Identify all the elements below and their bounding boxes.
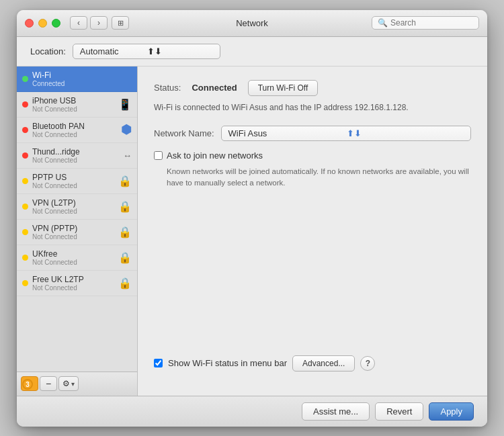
status-row: Status: Connected Turn Wi-Fi Off xyxy=(154,80,471,96)
network-list: Wi-Fi Connected xyxy=(17,67,137,372)
network-item-iphone-usb[interactable]: iPhone USB Not Connected 📱 xyxy=(17,92,137,118)
network-info-bluetooth-pan: Bluetooth PAN Not Connected xyxy=(32,122,117,138)
revert-button[interactable]: Revert xyxy=(375,402,423,421)
nav-buttons: ‹ › xyxy=(70,16,108,30)
phone-icon: 📱 xyxy=(118,98,132,111)
network-status-iphone-usb: Not Connected xyxy=(32,105,114,113)
sidebar-toolbar: + 3 − ⚙ ▾ xyxy=(17,372,137,396)
lock-icon-l2tp: 🔒 xyxy=(118,200,132,213)
network-status-vpn-pptp: Not Connected xyxy=(32,233,114,241)
window-title: Network xyxy=(236,18,268,28)
minus-icon: − xyxy=(46,378,51,389)
location-label: Location: xyxy=(30,46,66,56)
traffic-lights xyxy=(25,19,60,28)
network-status-vpn-l2tp: Not Connected xyxy=(32,208,114,215)
status-dot-red xyxy=(22,101,28,107)
titlebar: ‹ › ⊞ Network 🔍 xyxy=(17,10,487,37)
network-item-free-uk-l2tp[interactable]: Free UK L2TP Not Connected 🔒 xyxy=(17,271,137,296)
grid-icon: ⊞ xyxy=(118,19,124,28)
lock-icon-pptp2: 🔒 xyxy=(118,226,132,238)
status-label: Status: xyxy=(154,83,181,93)
network-name-wifi: Wi-Fi xyxy=(32,71,128,80)
search-icon: 🔍 xyxy=(378,18,388,28)
network-item-pptp-us[interactable]: PPTP US Not Connected 🔒 xyxy=(17,169,137,194)
sidebar: Wi-Fi Connected xyxy=(17,67,138,396)
bottom-bar: Assist me... Revert Apply xyxy=(17,396,487,427)
network-item-bluetooth-pan[interactable]: Bluetooth PAN Not Connected ⬢ xyxy=(17,118,137,143)
chevron-down-icon: ▾ xyxy=(71,380,75,388)
status-dot-yellow-uk xyxy=(22,255,28,261)
assist-me-button[interactable]: Assist me... xyxy=(302,402,370,421)
network-item-vpn-l2tp[interactable]: VPN (L2TP) Not Connected 🔒 xyxy=(17,194,137,220)
network-name-label: Network Name: xyxy=(154,128,214,138)
network-status-bluetooth-pan: Not Connected xyxy=(32,131,117,138)
status-dot-yellow-fu xyxy=(22,280,28,286)
network-status-thunderridge: Not Connected xyxy=(32,157,119,164)
lock-icon-ukfree: 🔒 xyxy=(118,251,132,264)
status-dot-red-bt xyxy=(22,127,28,133)
network-item-vpn-pptp[interactable]: VPN (PPTP) Not Connected 🔒 xyxy=(17,220,137,245)
main-content: Wi-Fi Connected xyxy=(17,67,487,396)
arrows-icon: ↔ xyxy=(123,150,132,161)
lock-icon-pptp: 🔒 xyxy=(118,175,132,187)
network-info-vpn-l2tp: VPN (L2TP) Not Connected xyxy=(32,198,114,215)
status-dot-yellow-vp xyxy=(22,229,28,235)
network-name-thunderridge: Thund...ridge xyxy=(32,147,119,157)
network-name-ukfree: UKfree xyxy=(32,249,114,259)
network-status-wifi: Connected xyxy=(32,80,128,87)
back-button[interactable]: ‹ xyxy=(70,16,87,30)
show-wifi-label[interactable]: Show Wi-Fi status in menu bar xyxy=(168,358,287,368)
status-value: Connected xyxy=(192,83,237,93)
network-name-vpn-pptp: VPN (PPTP) xyxy=(32,224,114,233)
network-info-iphone-usb: iPhone USB Not Connected xyxy=(32,96,114,113)
lock-icon-fukl2tp: 🔒 xyxy=(118,277,132,290)
remove-network-button[interactable]: − xyxy=(40,376,57,391)
chevron-updown-icon-net: ⬆⬇ xyxy=(347,128,465,138)
forward-icon: › xyxy=(97,18,100,28)
detail-panel: Status: Connected Turn Wi-Fi Off Wi-Fi i… xyxy=(138,67,487,396)
status-dot-red-tr xyxy=(22,152,28,159)
show-wifi-row: Show Wi-Fi status in menu bar Advanced..… xyxy=(154,355,471,372)
status-dot-green xyxy=(22,76,28,82)
advanced-button[interactable]: Advanced... xyxy=(292,355,355,372)
connection-info: Wi-Fi is connected to WiFi Asus and has … xyxy=(154,101,471,114)
network-info-thunderridge: Thund...ridge Not Connected xyxy=(32,147,119,164)
forward-button[interactable]: › xyxy=(90,16,108,30)
back-icon: ‹ xyxy=(77,18,80,28)
network-name-select[interactable]: WiFi Asus ⬆⬇ xyxy=(221,126,471,141)
search-box[interactable]: 🔍 xyxy=(372,16,479,30)
join-networks-description: Known networks will be joined automatica… xyxy=(167,166,471,189)
minimize-button[interactable] xyxy=(38,19,47,28)
show-wifi-checkbox[interactable] xyxy=(154,359,163,367)
network-info-free-uk-l2tp: Free UK L2TP Not Connected xyxy=(32,275,114,292)
status-dot-yellow-pp xyxy=(22,178,28,184)
search-input[interactable] xyxy=(390,18,473,28)
location-bar: Location: Automatic ⬆⬇ xyxy=(17,37,487,67)
join-checkbox-row: Ask to join new networks xyxy=(154,150,471,161)
badge-3: 3 xyxy=(22,379,33,390)
network-status-pptp-us: Not Connected xyxy=(32,182,114,189)
network-item-thunderridge[interactable]: Thund...ridge Not Connected ↔ xyxy=(17,143,137,169)
network-info-ukfree: UKfree Not Connected xyxy=(32,249,114,266)
gear-button[interactable]: ⚙ ▾ xyxy=(58,376,79,391)
close-button[interactable] xyxy=(25,19,34,28)
network-item-ukfree[interactable]: UKfree Not Connected 🔒 xyxy=(17,245,137,271)
gear-icon: ⚙ xyxy=(62,379,70,388)
help-button[interactable]: ? xyxy=(360,356,375,371)
status-dot-yellow-l2 xyxy=(22,204,28,210)
turn-wifi-off-button[interactable]: Turn Wi-Fi Off xyxy=(248,80,319,96)
detail-spacer xyxy=(154,189,471,355)
apply-button[interactable]: Apply xyxy=(429,402,474,421)
join-networks-label[interactable]: Ask to join new networks xyxy=(167,150,263,161)
join-networks-checkbox[interactable] xyxy=(154,151,163,160)
location-value: Automatic xyxy=(80,46,147,56)
maximize-button[interactable] xyxy=(52,19,60,28)
network-name-bluetooth-pan: Bluetooth PAN xyxy=(32,122,117,131)
network-name-select-value: WiFi Asus xyxy=(228,128,347,138)
network-name-row: Network Name: WiFi Asus ⬆⬇ xyxy=(154,126,471,141)
network-item-wifi[interactable]: Wi-Fi Connected xyxy=(17,67,137,92)
network-status-free-uk-l2tp: Not Connected xyxy=(32,284,114,292)
location-select[interactable]: Automatic ⬆⬇ xyxy=(73,44,220,59)
network-info-pptp-us: PPTP US Not Connected xyxy=(32,173,114,189)
grid-button[interactable]: ⊞ xyxy=(112,16,129,30)
